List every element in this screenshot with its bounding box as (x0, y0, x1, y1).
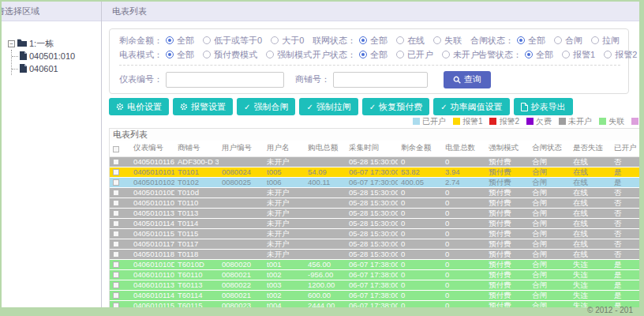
filter-radio-option[interactable]: 强制模式 (266, 49, 312, 61)
filter-radio-option[interactable]: 全部 (359, 35, 388, 47)
table-cell: 预付费 (485, 290, 529, 300)
shop-no-label: 商铺号： (295, 73, 330, 85)
filter-radio-option[interactable]: 拉闸 (591, 35, 620, 47)
radio-icon[interactable] (396, 36, 404, 44)
table-cell: 是 (611, 167, 639, 177)
power-threshold-button[interactable]: ✓功率阈值设置 (433, 98, 509, 115)
filter-radio-option[interactable]: 全部 (525, 49, 553, 61)
radio-icon[interactable] (517, 36, 525, 44)
table-row[interactable]: 0405010110T0110未开户05-28 15:30:0000预付费合闸在… (110, 198, 639, 208)
table-row[interactable]: 0405010102T01020080025t006400.1106-07 17… (110, 177, 639, 187)
table-cell: 在线 (570, 249, 611, 259)
filter-radio-option[interactable]: 低于或等于0 (203, 35, 262, 47)
table-row[interactable]: 0405010117T0117未开户05-28 15:30:0000预付费合闸在… (110, 239, 639, 249)
meter-no-input[interactable] (166, 72, 284, 88)
row-checkbox[interactable] (113, 261, 119, 268)
table-row[interactable]: 0405010115T0115未开户05-28 15:30:0000预付费合闸在… (110, 228, 639, 239)
radio-icon[interactable] (591, 36, 599, 44)
row-checkbox[interactable] (113, 210, 119, 216)
alarm-settings-button[interactable]: 报警设置 (173, 98, 233, 115)
row-checkbox[interactable] (113, 169, 119, 175)
radio-icon[interactable] (359, 51, 367, 58)
table-row[interactable]: 040501010DT010d未开户05-28 15:30:0000预付费合闸在… (110, 187, 639, 198)
radio-icon[interactable] (271, 36, 279, 44)
radio-icon[interactable] (203, 36, 211, 44)
filter-radio-option[interactable]: 在线 (396, 35, 425, 47)
row-checkbox[interactable] (113, 200, 119, 206)
filter-radio-option[interactable]: 全部 (359, 49, 388, 61)
table-row[interactable]: 0405010118T0118未开户05-28 15:30:0000预付费合闸在… (110, 249, 639, 259)
row-checkbox[interactable] (113, 272, 119, 278)
row-checkbox[interactable] (113, 241, 119, 247)
filter-radio-option[interactable]: 未开户 (442, 49, 479, 61)
shop-no-input[interactable] (333, 72, 428, 88)
radio-icon[interactable] (396, 51, 404, 58)
table-cell: 0406010110 (130, 269, 174, 280)
table-cell: 0405010102 (130, 177, 174, 187)
table-row[interactable]: 0405010116ADF300-D 3未开户05-28 15:30:0000预… (110, 156, 639, 167)
tree-node-root[interactable]: − 1:一栋 (8, 37, 98, 50)
select-all-checkbox[interactable] (113, 146, 119, 152)
table-row[interactable]: 0406010110T601100080021t002-956.0006-07 … (110, 269, 639, 280)
force-open-button[interactable]: ✓强制拉闸 (299, 98, 358, 115)
filter-radio-option[interactable]: 合闸 (554, 35, 582, 47)
table-row[interactable]: 0406010113T601130080022t0031200.0006-07 … (110, 280, 639, 290)
price-settings-button[interactable]: 电价设置 (109, 98, 169, 115)
table-cell (305, 228, 346, 239)
radio-icon[interactable] (203, 51, 211, 58)
document-icon (521, 103, 528, 111)
radio-icon[interactable] (433, 36, 441, 44)
column-header: 购电总额 (305, 141, 346, 156)
filter-radio-option[interactable]: 大于0 (271, 35, 304, 47)
radio-icon[interactable] (359, 36, 367, 44)
table-row[interactable]: 0405010113T0113未开户05-28 15:30:0000预付费合闸在… (110, 208, 639, 218)
row-checkbox[interactable] (113, 251, 119, 258)
radio-icon[interactable] (266, 51, 274, 58)
filter-radio-option[interactable]: 报警2 (604, 49, 637, 61)
tree-node-1[interactable]: 040601 (12, 62, 98, 75)
radio-icon[interactable] (604, 51, 612, 58)
filter-radio-option[interactable]: 报警1 (562, 49, 595, 61)
radio-icon[interactable] (562, 51, 570, 58)
table-row[interactable]: 0405010101T01010080024t00554.0906-07 17:… (110, 167, 639, 177)
filter-radio-option[interactable]: 全部 (166, 35, 194, 47)
table-row[interactable]: 0406010115T601150080023t0042444.0006-07 … (110, 300, 639, 307)
row-checkbox[interactable] (113, 220, 119, 227)
table-cell: 400.05 (398, 177, 442, 187)
filter-group-label: 告警状态： (478, 49, 522, 61)
tree-node-0[interactable]: 040501:010 (12, 50, 98, 62)
row-checkbox[interactable] (113, 179, 119, 186)
radio-icon[interactable] (554, 36, 562, 44)
radio-label: 预付费模式 (214, 49, 257, 61)
filter-radio-option[interactable]: 全部 (166, 49, 194, 61)
row-checkbox[interactable] (113, 159, 119, 165)
filter-radio-option[interactable]: 失联 (433, 35, 462, 47)
row-checkbox[interactable] (113, 303, 119, 307)
search-button[interactable]: 查询 (444, 71, 491, 88)
filter-group-label: 开户状态： (313, 49, 356, 61)
filter-radio-option[interactable]: 全部 (517, 35, 545, 47)
table-cell: 0 (398, 228, 442, 239)
radio-icon[interactable] (166, 51, 174, 58)
force-close-button[interactable]: ✓强制合闸 (237, 98, 295, 115)
table-cell: 0 (442, 259, 485, 269)
toolbar-button-label: 强制拉闸 (316, 101, 351, 113)
export-readings-button[interactable]: 抄表导出 (514, 98, 573, 115)
radio-icon[interactable] (525, 51, 533, 58)
row-checkbox[interactable] (113, 190, 119, 196)
filter-radio-option[interactable]: 已开户 (396, 49, 433, 61)
toolbar-button-label: 恢复预付费 (379, 101, 422, 113)
row-checkbox[interactable] (113, 231, 119, 237)
table-row[interactable]: 040601010DT6010D0080020t001456.0006-07 1… (110, 259, 639, 269)
tree-collapse-icon[interactable]: − (8, 40, 15, 47)
row-checkbox[interactable] (113, 282, 119, 288)
row-checkbox[interactable] (113, 292, 119, 299)
filter-radio-option[interactable]: 预付费模式 (203, 49, 257, 61)
radio-icon[interactable] (166, 36, 174, 44)
table-row[interactable]: 0406010114T601140080021t002600.0006-07 1… (110, 290, 639, 300)
table-cell (305, 208, 346, 218)
radio-icon[interactable] (442, 51, 450, 58)
restore-prepaid-button[interactable]: ✓恢复预付费 (362, 98, 429, 115)
table-row[interactable]: 0405010114T0114未开户05-28 15:30:0000预付费合闸在… (110, 218, 639, 228)
filter-row: 电表模式：全部预付费模式强制模式开户状态：全部已开户未开户告警状态：全部报警1报… (119, 47, 620, 62)
